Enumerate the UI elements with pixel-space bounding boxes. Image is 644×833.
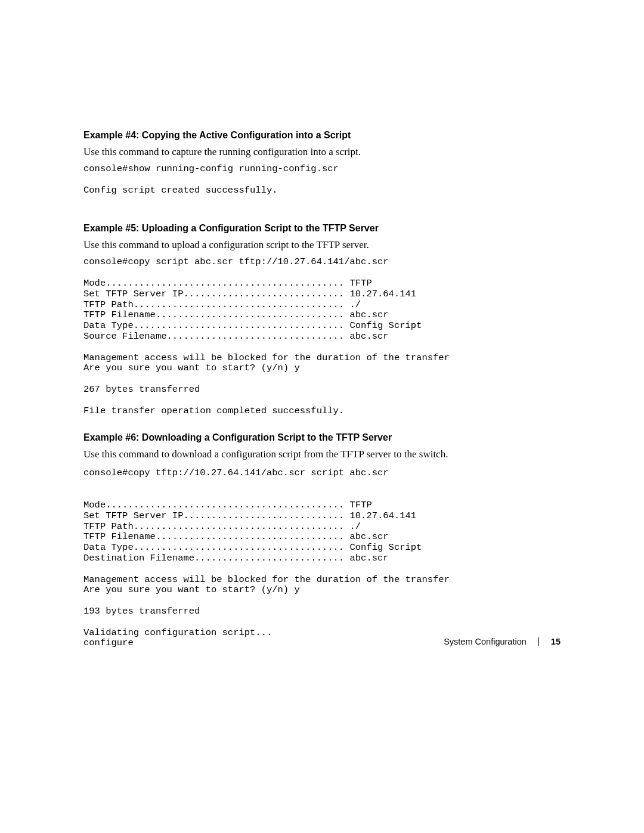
page-content: Example #4: Copying the Active Configura… (83, 130, 561, 649)
code-example-6: console#copy tftp://10.27.64.141/abc.scr… (83, 468, 561, 649)
code-example-4: console#show running-config running-conf… (83, 164, 561, 196)
heading-example-4: Example #4: Copying the Active Configura… (83, 130, 561, 141)
body-example-4: Use this command to capture the running … (83, 145, 561, 159)
body-example-6: Use this command to download a configura… (83, 448, 561, 462)
page: Example #4: Copying the Active Configura… (0, 0, 644, 833)
footer-page-number: 15 (551, 637, 561, 646)
heading-example-5: Example #5: Uploading a Configuration Sc… (83, 223, 561, 234)
page-footer: System Configuration 15 (0, 637, 644, 646)
code-example-5: console#copy script abc.scr tftp://10.27… (83, 257, 561, 416)
heading-example-6: Example #6: Downloading a Configuration … (83, 432, 561, 443)
footer-section-title: System Configuration (444, 637, 527, 646)
footer-separator (538, 637, 539, 646)
body-example-5: Use this command to upload a configurati… (83, 239, 561, 252)
